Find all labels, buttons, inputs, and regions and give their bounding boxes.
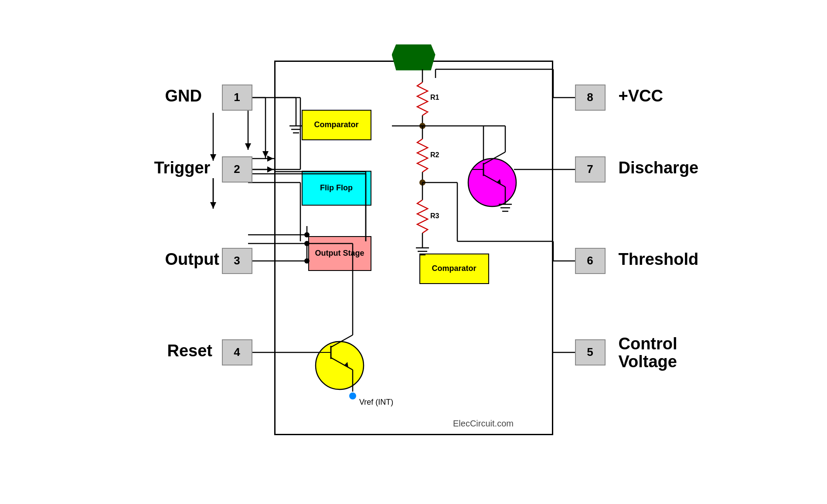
label-threshold: Threshold xyxy=(619,250,699,269)
comparator-top: Comparator xyxy=(302,110,371,140)
label-vcc: +VCC xyxy=(619,87,663,105)
ic-notch xyxy=(392,44,436,71)
diagram-container: Comparator Flip Flop Output Stage Compar… xyxy=(152,34,675,470)
pin-box-6: 6 xyxy=(575,248,606,274)
pin-box-2: 2 xyxy=(222,156,252,183)
label-output: Output xyxy=(165,250,220,269)
label-reset: Reset xyxy=(167,342,213,360)
pin-box-3: 3 xyxy=(222,248,252,274)
label-control-voltage: ControlVoltage xyxy=(619,335,677,372)
svg-marker-50 xyxy=(210,154,216,161)
svg-marker-56 xyxy=(245,143,251,150)
pin-box-8: 8 xyxy=(575,85,606,111)
output-stage: Output Stage xyxy=(308,236,371,271)
ic-body: Comparator Flip Flop Output Stage Compar… xyxy=(274,61,553,435)
label-gnd: GND xyxy=(165,87,202,105)
label-discharge: Discharge xyxy=(619,159,699,177)
pin-box-1: 1 xyxy=(222,85,252,111)
svg-marker-91 xyxy=(267,166,273,173)
svg-marker-89 xyxy=(267,156,273,162)
svg-marker-60 xyxy=(210,202,216,209)
pin-box-5: 5 xyxy=(575,339,606,365)
svg-marker-94 xyxy=(262,151,269,158)
flip-flop: Flip Flop xyxy=(302,171,371,206)
label-trigger: Trigger xyxy=(154,159,211,177)
pin-box-7: 7 xyxy=(575,156,606,183)
comparator-bottom: Comparator xyxy=(419,254,489,284)
pin-box-4: 4 xyxy=(222,339,252,365)
